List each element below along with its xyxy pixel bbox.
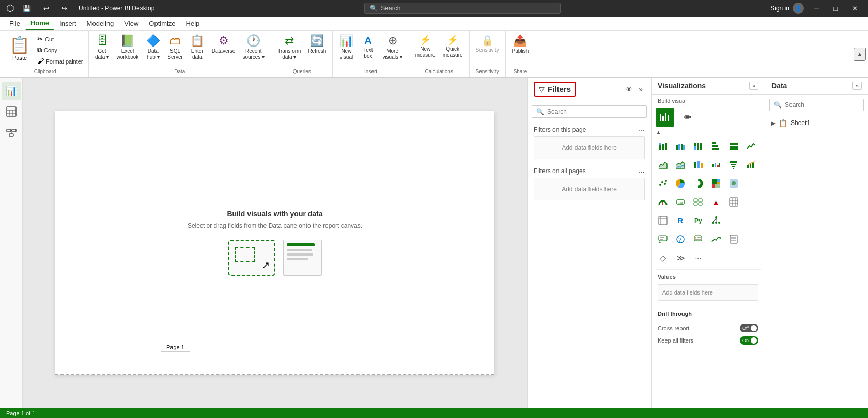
excel-button[interactable]: 📗 Excelworkbook [114, 33, 142, 63]
viz-ribbon-chart[interactable] [691, 158, 705, 172]
viz-diamond[interactable]: ◇ [656, 251, 670, 265]
viz-pen-icon[interactable]: ✏ [678, 108, 697, 127]
undo-button[interactable]: ↩ [39, 4, 53, 13]
viz-stacked-area[interactable] [673, 158, 688, 172]
text-box-button[interactable]: A Textbox [358, 33, 378, 61]
cut-button[interactable]: ✂ Cut [35, 34, 85, 44]
viz-expand-button[interactable]: » [749, 82, 758, 90]
viz-line-col[interactable] [744, 158, 758, 172]
menu-modeling[interactable]: Modeling [82, 18, 119, 29]
filter-all-pages-dropzone[interactable]: Add data fields here [534, 178, 645, 200]
new-visual-button[interactable]: 📊 Newvisual [336, 33, 357, 63]
status-page-count: Page 1 of 1 [6, 410, 35, 416]
title-search-box[interactable]: 🔍 Search [364, 3, 561, 14]
viz-100-stacked-bar[interactable] [691, 139, 705, 153]
data-panel-expand-button[interactable]: » [853, 82, 862, 90]
sidebar-table-view[interactable] [2, 102, 21, 121]
paste-button[interactable]: 📋 Paste [5, 33, 34, 63]
svg-rect-6 [12, 129, 16, 132]
filters-eye-button[interactable]: 👁 [623, 84, 634, 95]
viz-paginated[interactable] [726, 232, 741, 246]
data-tree-item-sheet1[interactable]: ▶ 📋 Sheet1 [771, 117, 862, 129]
transform-data-button[interactable]: ⇄ Transformdata ▾ [274, 33, 304, 63]
viz-donut[interactable] [691, 176, 705, 191]
menu-home[interactable]: Home [25, 17, 54, 30]
dataverse-button[interactable]: ⚙ Dataverse [209, 33, 239, 56]
save-button[interactable]: 💾 [19, 4, 35, 13]
data-hub-button[interactable]: 🔷 Datahub ▾ [143, 33, 163, 63]
viz-area-chart[interactable] [656, 158, 670, 172]
viz-more-dots[interactable]: ··· [691, 251, 705, 265]
sensitivity-button[interactable]: 🔒 Sensitivity [473, 33, 502, 55]
maximize-button[interactable]: □ [829, 4, 842, 13]
viz-values-dropzone[interactable]: Add data fields here [658, 284, 758, 301]
menu-insert[interactable]: Insert [54, 18, 82, 29]
filter-this-page-dropzone[interactable]: Add data fields here [534, 136, 645, 159]
menu-optimize[interactable]: Optimize [144, 18, 180, 29]
filters-search-input[interactable] [547, 108, 642, 115]
viz-clustered-bar[interactable] [673, 139, 688, 153]
page-tab[interactable]: Page 1 [161, 343, 190, 352]
viz-map[interactable] [726, 176, 741, 191]
menu-view[interactable]: View [119, 18, 144, 29]
filter-all-pages-more[interactable]: ··· [638, 167, 645, 177]
get-data-button[interactable]: 🗄 Getdata ▾ [92, 33, 113, 63]
minimize-button[interactable]: ─ [810, 4, 823, 13]
svg-point-47 [661, 181, 663, 183]
more-visuals-button[interactable]: ⊕ Morevisuals ▾ [379, 33, 405, 63]
viz-metric[interactable] [709, 232, 723, 246]
ribbon-collapse-button[interactable]: ▲ [854, 48, 866, 61]
new-measure-button[interactable]: ⚡ Newmeasure [412, 33, 439, 60]
cross-report-toggle[interactable]: Off [740, 324, 758, 332]
viz-matrix[interactable] [656, 213, 670, 228]
canvas-area[interactable]: Build visuals with your data Select or d… [23, 78, 527, 408]
canvas-page[interactable]: Build visuals with your data Select or d… [55, 111, 494, 375]
format-painter-button[interactable]: 🖌 Format painter [35, 56, 85, 66]
viz-decomp-tree[interactable] [709, 213, 723, 228]
viz-keep-all-filters-row: Keep all filters On [652, 334, 765, 347]
viz-icons-grid-6: ? [652, 230, 765, 249]
menu-help[interactable]: Help [181, 18, 205, 29]
copy-button[interactable]: ⧉ Copy [35, 45, 85, 55]
viz-pie[interactable] [673, 176, 688, 191]
viz-smart-narrative[interactable] [691, 232, 705, 246]
recent-sources-button[interactable]: 🕐 Recentsources ▾ [239, 33, 268, 63]
redo-button[interactable]: ↪ [57, 4, 71, 13]
title-bar: ⬡ 💾 ↩ ↪ Untitled - Power BI Desktop 🔍 Se… [0, 0, 868, 17]
filters-search-box[interactable]: 🔍 [532, 105, 647, 118]
viz-ai-narrative[interactable] [656, 232, 670, 246]
sign-in[interactable]: Sign in 👤 [770, 3, 804, 14]
close-button[interactable]: ✕ [848, 4, 862, 13]
data-search-box[interactable]: 🔍 [769, 99, 864, 111]
refresh-button[interactable]: 🔄 Refresh [305, 33, 329, 56]
viz-r-visual[interactable]: R [673, 213, 688, 228]
viz-stacked-col-bar[interactable] [726, 139, 741, 153]
viz-funnel[interactable] [726, 158, 741, 172]
sidebar-model-view[interactable] [2, 123, 21, 142]
menu-file[interactable]: File [4, 18, 25, 29]
viz-selected-icon[interactable] [656, 108, 674, 127]
viz-line-chart[interactable] [744, 139, 758, 153]
quick-measure-button[interactable]: ⚡ Quickmeasure [440, 33, 466, 60]
sidebar-report-view[interactable]: 📊 [2, 82, 21, 100]
data-search-input[interactable] [785, 101, 862, 109]
keep-all-filters-toggle[interactable]: On [740, 336, 758, 345]
publish-button[interactable]: 📤 Publish [509, 33, 532, 56]
viz-waterfall[interactable] [709, 158, 723, 172]
filter-this-page-more[interactable]: ··· [638, 126, 645, 135]
viz-kpi[interactable]: ▲ [709, 195, 723, 209]
viz-more-arrow[interactable]: ≫ [673, 251, 688, 265]
viz-py-visual[interactable]: Py [691, 213, 705, 228]
filters-expand-button[interactable]: » [637, 84, 645, 95]
viz-treemap[interactable] [709, 176, 723, 191]
viz-stacked-bar[interactable] [656, 139, 670, 153]
viz-qa[interactable]: ? [673, 232, 688, 246]
viz-card[interactable]: 123 [673, 195, 688, 209]
enter-data-button[interactable]: 📋 Enterdata [187, 33, 208, 63]
viz-bar-chart[interactable] [709, 139, 723, 153]
sql-button[interactable]: 🗃 SQLServer [164, 33, 185, 63]
viz-gauge[interactable] [656, 195, 670, 209]
viz-table[interactable] [726, 195, 741, 209]
viz-multi-card[interactable] [691, 195, 705, 209]
viz-scatter[interactable] [656, 176, 670, 191]
